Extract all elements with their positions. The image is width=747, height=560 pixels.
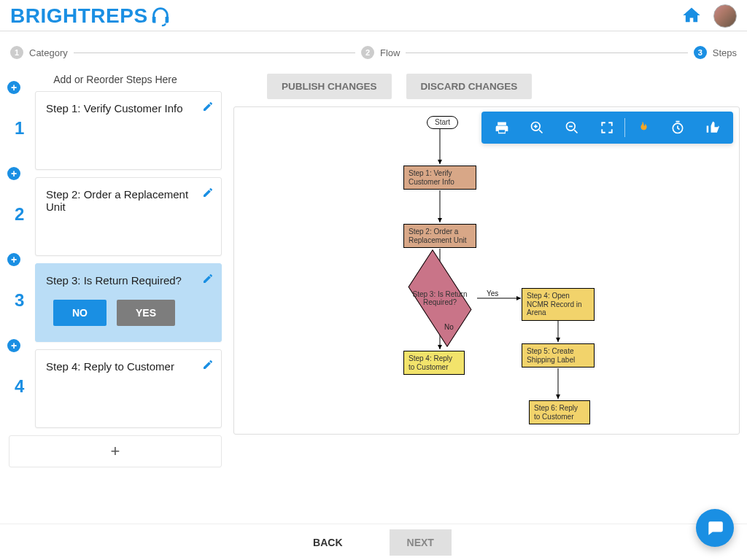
add-step-button[interactable]: +	[7, 339, 20, 352]
pencil-icon[interactable]	[202, 101, 214, 114]
chat-bubble-icon[interactable]	[696, 509, 734, 547]
step-label-category: Category	[29, 47, 68, 58]
flow-canvas[interactable]: Start Step 1: Verify Customer Info Step …	[233, 106, 740, 435]
brand-text: BRIGHTREPS	[10, 4, 148, 28]
flow-node-start[interactable]: Start	[427, 116, 458, 129]
add-step-final-button[interactable]: +	[9, 435, 222, 467]
flow-node-decision[interactable]: Step 3: Is Return Required?	[405, 276, 475, 320]
step-indicator-3[interactable]: 3	[694, 46, 707, 59]
progress-stepper: 1 Category 2 Flow 3 Steps	[0, 31, 747, 74]
step-title: Step 1: Verify Customer Info	[46, 102, 193, 114]
flow-edges	[234, 107, 739, 434]
back-button[interactable]: BACK	[295, 529, 360, 556]
flow-node-step4-right[interactable]: Step 4: Open NCMR Record in Arena	[522, 288, 595, 321]
left-panel-title: Add or Reorder Steps Here	[9, 74, 222, 85]
flow-node-step4-left[interactable]: Step 4: Reply to Customer	[403, 351, 465, 375]
step-indicator-1[interactable]: 1	[10, 46, 23, 59]
avatar[interactable]	[713, 4, 737, 28]
yes-button[interactable]: YES	[117, 300, 175, 326]
step-card-1[interactable]: Step 1: Verify Customer Info	[35, 91, 222, 170]
step-title: Step 3: Is Return Required?	[46, 274, 193, 287]
headset-icon	[150, 5, 171, 27]
edge-label-yes: Yes	[487, 289, 498, 298]
edge-label-no: No	[444, 323, 454, 331]
next-button: NEXT	[390, 529, 452, 556]
add-step-button[interactable]: +	[7, 81, 20, 94]
step-card-2[interactable]: Step 2: Order a Replacement Unit	[35, 177, 222, 256]
footer-nav: BACK NEXT	[0, 524, 747, 560]
step-label-steps: Steps	[713, 47, 737, 58]
step-title: Step 4: Reply to Customer	[46, 360, 193, 373]
step-number: 2	[15, 204, 24, 225]
publish-button[interactable]: PUBLISH CHANGES	[267, 74, 392, 99]
discard-button[interactable]: DISCARD CHANGES	[406, 74, 533, 99]
pencil-icon[interactable]	[202, 187, 214, 201]
flow-node-step1[interactable]: Step 1: Verify Customer Info	[403, 166, 476, 190]
step-number: 1	[15, 118, 24, 139]
step-title: Step 2: Order a Replacement Unit	[46, 188, 193, 213]
brand-logo[interactable]: BRIGHTREPS	[10, 4, 171, 28]
flow-node-step2[interactable]: Step 2: Order a Replacement Unit	[403, 224, 476, 248]
add-step-button[interactable]: +	[7, 167, 20, 180]
step-card-4[interactable]: Step 4: Reply to Customer	[35, 349, 222, 428]
step-label-flow: Flow	[380, 47, 400, 58]
pencil-icon[interactable]	[202, 273, 214, 287]
step-number: 4	[15, 376, 24, 397]
no-button[interactable]: NO	[53, 300, 107, 326]
step-indicator-2[interactable]: 2	[361, 46, 374, 59]
flow-node-step5[interactable]: Step 5: Create Shipping Label	[522, 343, 595, 368]
flow-node-step6[interactable]: Step 6: Reply to Customer	[529, 400, 590, 424]
step-number: 3	[15, 290, 24, 311]
pencil-icon[interactable]	[202, 359, 214, 373]
plus-icon: +	[111, 442, 120, 461]
home-icon[interactable]	[681, 5, 702, 28]
add-step-button[interactable]: +	[7, 253, 20, 266]
step-card-3[interactable]: Step 3: Is Return Required? NO YES	[35, 263, 222, 342]
